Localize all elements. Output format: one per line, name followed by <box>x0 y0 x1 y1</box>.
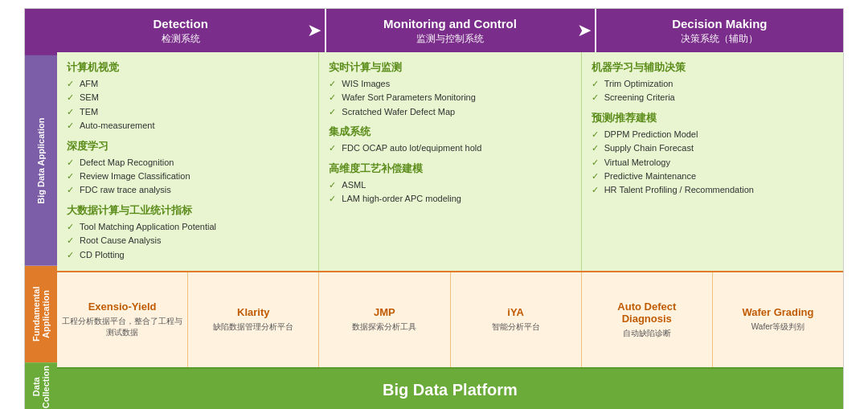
fundamental-cell-exensio: Exensio-Yield 工程分析数据平台，整合了工程与测试数据 <box>57 272 187 367</box>
fundamental-cell-wafer-grading: Wafer Grading Wafer等级判别 <box>712 272 843 367</box>
arrow-2: ➤ <box>574 9 595 52</box>
fundamental-cell-iya: iYA 智能分析平台 <box>450 272 581 367</box>
col1-s3-item3: ✓CD Plotting <box>67 249 309 261</box>
fundamental-cell-klarity: Klarity 缺陷数据管理分析平台 <box>187 272 318 367</box>
row-label-data-collection: Data Collection <box>25 362 57 409</box>
data-collection-row: Big Data Platform <box>57 367 843 409</box>
main-container: Big Data Application Fundamental Applica… <box>24 8 844 409</box>
col1-s1-item4: ✓Auto-measurement <box>67 120 309 132</box>
row-label-fundamental: Fundamental Application <box>25 266 57 362</box>
header-cell-decision: Decision Making 决策系统（辅助） <box>595 9 843 52</box>
jmp-title: JMP <box>374 306 395 318</box>
header-row: Detection 检测系统 ➤ Monitoring and Control … <box>57 9 843 52</box>
col3-s2-item1: ✓DPPM Prediction Model <box>592 129 833 141</box>
col1-s1-item1: ✓AFM <box>67 78 309 90</box>
col2-section1-title: 实时计算与监测 <box>329 60 571 75</box>
col2-s1-item1: ✓WIS Images <box>329 78 571 90</box>
col3-section1-title: 机器学习与辅助决策 <box>592 60 833 75</box>
wafer-grading-subtitle: Wafer等级判别 <box>751 321 805 333</box>
col3-s2-item2: ✓Supply Chain Forecast <box>592 142 833 154</box>
col2-section2-title: 集成系统 <box>329 125 571 139</box>
col1-section2-title: 深度学习 <box>67 139 309 153</box>
header-monitoring-title: Monitoring and Control <box>333 17 567 31</box>
big-data-col-2: 实时计算与监测 ✓WIS Images ✓Wafer Sort Paramete… <box>318 52 580 271</box>
col1-section1-title: 计算机视觉 <box>67 60 309 75</box>
data-collection-text: Big Data Platform <box>383 381 518 399</box>
big-data-col-1: 计算机视觉 ✓AFM ✓SEM ✓TEM ✓Auto-measurement 深… <box>57 52 318 271</box>
col1-s1-item2: ✓SEM <box>67 92 309 104</box>
fundamental-cell-auto-defect: Auto Defect Diagnosis 自动缺陷诊断 <box>581 272 712 367</box>
main-grid: Big Data Application Fundamental Applica… <box>25 9 843 409</box>
col3-s1-item2: ✓Screening Criteria <box>592 92 833 104</box>
auto-defect-subtitle: 自动缺陷诊断 <box>623 328 671 339</box>
col1-s2-item3: ✓FDC raw trace analysis <box>67 184 309 196</box>
col1-s3-item1: ✓Tool Matching Application Potential <box>67 221 309 233</box>
col2-section3-title: 高维度工艺补偿建模 <box>329 162 571 176</box>
header-detection-subtitle: 检测系统 <box>63 32 297 46</box>
col3-s2-item3: ✓Virtual Metrology <box>592 157 833 169</box>
auto-defect-title: Auto Defect Diagnosis <box>617 301 676 325</box>
col1-section3-title: 大数据计算与工业统计指标 <box>67 203 309 218</box>
row-labels: Big Data Application Fundamental Applica… <box>25 9 57 409</box>
header-cell-detection: Detection 检测系统 <box>57 9 304 52</box>
header-decision-subtitle: 决策系统（辅助） <box>603 32 837 46</box>
row-label-big-data: Big Data Application <box>25 55 57 266</box>
col3-s1-item1: ✓Trim Optimization <box>592 78 833 90</box>
klarity-subtitle: 缺陷数据管理分析平台 <box>213 321 293 333</box>
content-area: Detection 检测系统 ➤ Monitoring and Control … <box>57 9 843 409</box>
col1-s2-item2: ✓Review Image Classification <box>67 170 309 182</box>
arrow-1: ➤ <box>304 9 325 52</box>
iya-title: iYA <box>507 306 523 318</box>
col2-s3-item2: ✓LAM high-order APC modeling <box>329 193 571 205</box>
header-label-spacer <box>25 9 57 55</box>
col3-section2-title: 预测/推荐建模 <box>592 111 833 125</box>
exensio-title: Exensio-Yield <box>88 301 157 313</box>
col2-s1-item2: ✓Wafer Sort Parameters Monitoring <box>329 92 571 104</box>
header-detection-title: Detection <box>63 17 297 31</box>
header-decision-title: Decision Making <box>603 17 837 31</box>
header-cell-monitoring: Monitoring and Control 监测与控制系统 <box>325 9 573 52</box>
jmp-subtitle: 数据探索分析工具 <box>352 321 416 333</box>
col1-s3-item2: ✓Root Cause Analysis <box>67 235 309 247</box>
col2-s1-item3: ✓Scratched Wafer Defect Map <box>329 106 571 118</box>
iya-subtitle: 智能分析平台 <box>492 321 540 333</box>
col2-s2-item1: ✓FDC OCAP auto lot/equipment hold <box>329 142 571 154</box>
big-data-row: 计算机视觉 ✓AFM ✓SEM ✓TEM ✓Auto-measurement 深… <box>57 52 843 271</box>
fundamental-cell-jmp: JMP 数据探索分析工具 <box>318 272 449 367</box>
col1-s1-item3: ✓TEM <box>67 106 309 118</box>
header-monitoring-subtitle: 监测与控制系统 <box>333 32 567 46</box>
col3-s2-item5: ✓HR Talent Profiling / Recommendation <box>592 184 833 196</box>
col3-s2-item4: ✓Predictive Maintenance <box>592 170 833 182</box>
exensio-subtitle: 工程分析数据平台，整合了工程与测试数据 <box>62 316 182 338</box>
fundamental-row: Exensio-Yield 工程分析数据平台，整合了工程与测试数据 Klarit… <box>57 271 843 367</box>
wafer-grading-title: Wafer Grading <box>742 306 813 318</box>
klarity-title: Klarity <box>237 306 269 318</box>
col1-s2-item1: ✓Defect Map Recognition <box>67 157 309 169</box>
big-data-col-3: 机器学习与辅助决策 ✓Trim Optimization ✓Screening … <box>581 52 843 271</box>
col2-s3-item1: ✓ASML <box>329 179 571 191</box>
